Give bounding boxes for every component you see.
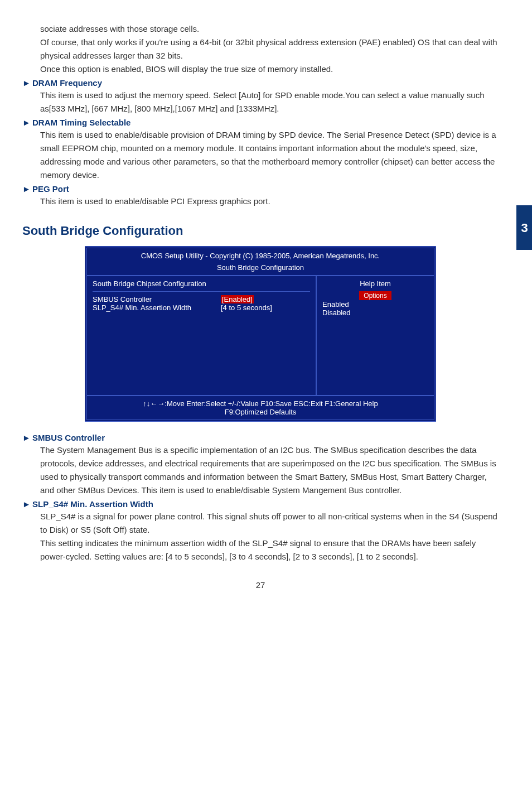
slp-heading: ►SLP_S4# Min. Assertion Width bbox=[22, 499, 499, 509]
bios-title: CMOS Setup Utility - Copyright (C) 1985-… bbox=[87, 248, 434, 263]
bios-smbus-value: [Enabled] bbox=[221, 295, 254, 303]
bullet-arrow-icon: ► bbox=[22, 78, 32, 88]
bullet-arrow-icon: ► bbox=[22, 118, 32, 127]
bios-left-header: South Bridge Chipset Configuration bbox=[93, 279, 310, 292]
bios-row-slp: SLP_S4# Min. Assertion Width [4 to 5 sec… bbox=[93, 303, 310, 312]
bios-slp-label: SLP_S4# Min. Assertion Width bbox=[93, 303, 210, 312]
bullet-arrow-icon: ► bbox=[22, 184, 32, 194]
bios-row-smbus: SMBUS Controller [Enabled] bbox=[93, 295, 310, 303]
smbus-title: SMBUS Controller bbox=[32, 433, 105, 442]
dram-frequency-body: This item is used to adjust the memory s… bbox=[40, 89, 499, 115]
intro-p2: Of course, that only works if you're usi… bbox=[40, 36, 499, 62]
bios-footer-line1: ↑↓←→:Move Enter:Select +/-/:Value F10:Sa… bbox=[89, 399, 432, 408]
intro-p1: sociate addresses with those storage cel… bbox=[40, 22, 499, 36]
bios-slp-value: [4 to 5 seconds] bbox=[221, 303, 272, 312]
dram-timing-title: DRAM Timing Selectable bbox=[32, 118, 130, 127]
peg-port-body: This item is used to enable/disable PCI … bbox=[40, 195, 499, 208]
bios-subtitle: South Bridge Configuration bbox=[87, 263, 434, 275]
dram-frequency-heading: ►DRAM Frequency bbox=[22, 78, 499, 88]
bullet-arrow-icon: ► bbox=[22, 499, 32, 509]
dram-frequency-title: DRAM Frequency bbox=[32, 78, 102, 88]
slp-title: SLP_S4# Min. Assertion Width bbox=[32, 499, 153, 509]
bullet-arrow-icon: ► bbox=[22, 433, 32, 442]
bios-footer-line2: F9:Optimized Defaults bbox=[89, 408, 432, 416]
peg-port-title: PEG Port bbox=[32, 184, 69, 194]
smbus-body: The System Management Bus is a specific … bbox=[40, 443, 499, 497]
bios-options-block: Options Enabled Disabled bbox=[322, 291, 428, 317]
bios-option-disabled: Disabled bbox=[322, 308, 428, 317]
slp-body2: This setting indicates the minimum asser… bbox=[40, 537, 499, 563]
bios-footer: ↑↓←→:Move Enter:Select +/-/:Value F10:Sa… bbox=[87, 395, 434, 420]
south-bridge-heading: South Bridge Configuration bbox=[22, 224, 499, 238]
bios-smbus-label: SMBUS Controller bbox=[93, 295, 210, 303]
slp-body1: SLP_S4# is a signal for power plane cont… bbox=[40, 510, 499, 537]
chapter-tab: 3 bbox=[516, 205, 532, 250]
peg-port-heading: ►PEG Port bbox=[22, 184, 499, 194]
bios-help-header: Help Item bbox=[322, 279, 428, 288]
intro-p3: Once this option is enabled, BIOS will d… bbox=[40, 62, 499, 76]
bios-screenshot: CMOS Setup Utility - Copyright (C) 1985-… bbox=[85, 246, 436, 422]
bios-options-tag: Options bbox=[359, 291, 391, 300]
page-content: sociate addresses with those storage cel… bbox=[0, 0, 532, 612]
bios-left-panel: South Bridge Chipset Configuration SMBUS… bbox=[87, 276, 317, 395]
bios-option-enabled: Enabled bbox=[322, 300, 428, 308]
page-number: 27 bbox=[22, 580, 499, 590]
bios-right-panel: Help Item Options Enabled Disabled bbox=[317, 276, 434, 395]
smbus-heading: ►SMBUS Controller bbox=[22, 433, 499, 442]
bios-body: South Bridge Chipset Configuration SMBUS… bbox=[87, 275, 434, 395]
dram-timing-heading: ►DRAM Timing Selectable bbox=[22, 118, 499, 127]
bios-screenshot-wrap: CMOS Setup Utility - Copyright (C) 1985-… bbox=[22, 246, 499, 422]
dram-timing-body: This item is used to enable/disable prov… bbox=[40, 128, 499, 182]
